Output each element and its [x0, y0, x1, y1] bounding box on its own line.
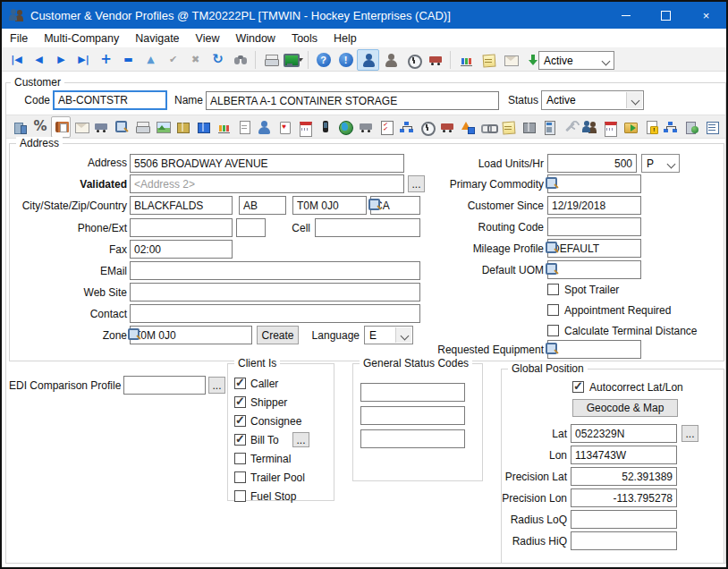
load-units-field[interactable] [547, 154, 637, 173]
trailer-red-icon[interactable] [437, 116, 458, 138]
create-button[interactable]: Create [257, 326, 299, 344]
name-field[interactable] [206, 91, 499, 110]
client-is-shipper-checkbox[interactable] [234, 396, 246, 408]
general-status-code-field-2[interactable] [360, 406, 465, 425]
mobile-device-icon[interactable] [315, 116, 335, 138]
maximize-button[interactable] [646, 2, 686, 29]
doc-lines-icon[interactable] [702, 116, 723, 138]
status-select[interactable]: Active [541, 90, 644, 110]
edit-record-icon[interactable]: ▲ [140, 49, 162, 71]
server-globe-icon[interactable] [681, 116, 702, 138]
primary-commodity-field[interactable] [547, 174, 641, 193]
doc-warning-icon[interactable] [640, 116, 661, 138]
refresh-icon[interactable]: ↻ [207, 49, 229, 71]
customer-mode-icon[interactable] [357, 49, 379, 71]
ext-field[interactable] [236, 218, 266, 237]
menu-item-view[interactable]: View [188, 30, 228, 47]
menu-item-tools[interactable]: Tools [284, 30, 326, 47]
primary-commodity-lookup-icon[interactable] [545, 176, 559, 191]
lat-ellipsis-button[interactable]: ... [681, 425, 698, 442]
general-status-code-field-1[interactable] [360, 383, 465, 402]
calendar-12-icon[interactable] [600, 116, 621, 138]
next-record-icon[interactable]: ▶ [50, 49, 72, 71]
calendar-check-icon[interactable] [295, 116, 316, 138]
alert-icon[interactable]: ! [334, 49, 357, 71]
mileage-profile-field[interactable] [547, 239, 641, 258]
default-uom-field[interactable] [547, 260, 641, 279]
picture-icon[interactable] [152, 116, 173, 138]
state-field[interactable] [239, 196, 286, 215]
accounts-icon[interactable] [10, 116, 30, 138]
general-status-code-field-3[interactable] [360, 429, 465, 448]
rates-percent-icon[interactable]: % [30, 116, 51, 138]
zip-field[interactable] [292, 196, 367, 215]
post-edit-icon[interactable]: ✔ [162, 49, 184, 71]
appointment-required-checkbox[interactable] [547, 304, 559, 316]
find-icon[interactable] [229, 49, 251, 71]
history-clock-icon[interactable] [402, 49, 424, 71]
people-icon[interactable] [580, 116, 600, 138]
fax-field[interactable] [130, 240, 233, 259]
calculate-terminal-distance-checkbox[interactable] [547, 325, 559, 336]
checklist-icon[interactable] [377, 116, 397, 138]
menu-item-file[interactable]: File [2, 30, 36, 47]
client-is-fuel-stop-checkbox[interactable] [234, 490, 246, 502]
search-icon[interactable] [112, 116, 132, 138]
requested-equipment-lookup-icon[interactable] [545, 342, 559, 356]
address-book-icon[interactable] [51, 116, 72, 138]
hierarchy-icon[interactable] [396, 116, 417, 138]
last-record-icon[interactable]: ▶| [72, 49, 95, 71]
zone-lookup-icon[interactable] [127, 327, 141, 342]
mileage-profile-lookup-icon[interactable] [545, 241, 559, 255]
first-record-icon[interactable]: |◀ [5, 49, 28, 71]
radius-loq-field[interactable] [571, 510, 677, 529]
close-button[interactable]: × [686, 2, 726, 29]
phone-field[interactable] [130, 218, 233, 237]
van-icon[interactable] [356, 116, 377, 138]
load-units-uom-select[interactable]: P [641, 154, 680, 173]
document-icon[interactable] [233, 116, 254, 138]
client-is-bill-to-checkbox[interactable] [234, 434, 246, 446]
print-icon[interactable] [259, 49, 282, 71]
address-field[interactable] [130, 154, 404, 173]
handtruck-icon[interactable] [519, 116, 539, 138]
client-is-bill-to-ellipsis-button[interactable]: ... [292, 432, 309, 447]
trailer-icon[interactable] [424, 49, 446, 71]
edi-ellipsis-button[interactable]: ... [208, 377, 225, 394]
menu-item-help[interactable]: Help [326, 30, 365, 47]
container-icon[interactable] [193, 116, 214, 138]
stopwatch-icon[interactable] [417, 116, 437, 138]
cancel-edit-icon[interactable]: ✖ [184, 49, 207, 71]
notes-icon[interactable] [477, 49, 499, 71]
city-field[interactable] [130, 196, 233, 215]
menu-item-window[interactable]: Window [227, 30, 283, 47]
send-mail-icon[interactable] [499, 49, 521, 71]
folder-export-icon[interactable] [621, 116, 641, 138]
hierarchy-2-icon[interactable] [661, 116, 681, 138]
radius-hiq-field[interactable] [571, 531, 677, 550]
client-is-terminal-checkbox[interactable] [234, 453, 246, 464]
country-lookup-icon[interactable] [368, 198, 382, 212]
shapes-icon[interactable] [458, 116, 478, 138]
active-filter-select[interactable]: Active [538, 51, 614, 70]
cell-field[interactable] [315, 218, 420, 237]
zone-field[interactable] [130, 326, 252, 344]
help-icon[interactable]: ? [312, 49, 334, 71]
forklift-icon[interactable] [91, 116, 112, 138]
calculator-icon[interactable] [539, 116, 560, 138]
lat-field[interactable] [571, 424, 677, 443]
globe-icon[interactable] [335, 116, 356, 138]
lon-field[interactable] [571, 446, 677, 464]
client-is-consignee-checkbox[interactable] [234, 415, 246, 427]
notepad-icon[interactable] [498, 116, 519, 138]
language-select[interactable]: E [364, 326, 413, 344]
address2-ellipsis-button[interactable]: ... [408, 175, 425, 192]
chart-icon[interactable] [454, 49, 477, 71]
vendor-mode-icon[interactable] [379, 49, 402, 71]
print-profile-icon[interactable] [132, 116, 153, 138]
website-field[interactable] [130, 283, 420, 301]
contact-field[interactable] [130, 304, 420, 323]
precision-lon-field[interactable] [571, 488, 677, 507]
client-is-caller-checkbox[interactable] [234, 378, 246, 389]
autocorrect-latlon-checkbox[interactable] [572, 381, 584, 393]
